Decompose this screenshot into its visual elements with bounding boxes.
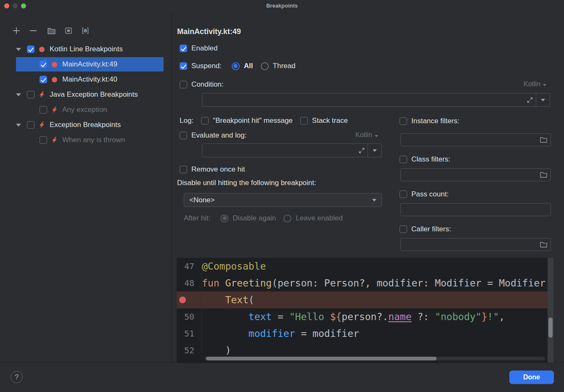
pass-count-checkbox[interactable]: [400, 191, 407, 198]
instance-filters-row: Instance filters:: [400, 117, 459, 126]
stack-trace-checkbox[interactable]: [300, 117, 308, 124]
class-filters-checkbox[interactable]: [400, 156, 407, 163]
evaluate-language-value: Kotlin: [355, 131, 372, 139]
remove-once-hit-checkbox[interactable]: [180, 166, 187, 173]
evaluate-input[interactable]: [202, 144, 356, 157]
disable-until-dropdown[interactable]: <None>: [184, 193, 382, 207]
suspend-checkbox[interactable]: [180, 62, 187, 70]
disable-again-label: Disable again: [233, 214, 276, 222]
suspend-row: Suspend: All Thread: [180, 61, 295, 71]
pass-count-row: Pass count:: [400, 190, 449, 199]
window-title: Breakpoints: [0, 3, 564, 9]
code-line: 48fun Greeting(person: Person?, modifier…: [177, 275, 548, 291]
condition-checkbox[interactable]: [180, 81, 187, 88]
breakpoint-detail-title: MainActivity.kt:49: [177, 27, 241, 36]
caller-filters-checkbox[interactable]: [400, 225, 407, 233]
instance-filters-checkbox[interactable]: [400, 117, 407, 125]
exception-bolt-icon: [39, 122, 45, 128]
instance-filters-input[interactable]: [401, 134, 536, 146]
class-filters-input[interactable]: [401, 169, 536, 181]
evaluate-language-selector[interactable]: Kotlin: [355, 131, 378, 139]
breakpoints-tree: Kotlin Line Breakpoints MainActivity.kt:…: [0, 42, 171, 148]
chevron-down-icon: [372, 199, 376, 201]
chevron-down-icon: [543, 84, 546, 86]
stack-trace-label: Stack trace: [312, 117, 348, 125]
tree-group-kotlin-line-breakpoints[interactable]: Kotlin Line Breakpoints: [0, 42, 171, 57]
vertical-scrollbar-thumb[interactable]: [548, 318, 553, 338]
breakpoint-hit-message-checkbox[interactable]: [201, 117, 209, 124]
tree-item-label: MainActivity.kt:49: [62, 60, 117, 69]
group-checkbox[interactable]: [27, 121, 34, 129]
enabled-label: Enabled: [191, 44, 217, 53]
caller-filters-row: Caller filters:: [400, 225, 451, 234]
evaluate-and-log-checkbox[interactable]: [180, 132, 187, 139]
suspend-thread-radio[interactable]: [261, 62, 269, 70]
breakpoint-dot-icon: [179, 297, 186, 303]
folder-icon[interactable]: [536, 137, 551, 143]
evaluate-and-log-label: Evaluate and log:: [191, 131, 246, 140]
class-filters-field: [400, 168, 551, 181]
chevron-down-icon: [375, 135, 378, 137]
tree-group-label: Exception Breakpoints: [50, 121, 121, 129]
expand-editor-icon[interactable]: [524, 97, 536, 103]
add-breakpoint-button[interactable]: [12, 26, 21, 35]
tree-group-exception-breakpoints[interactable]: Exception Breakpoints: [0, 117, 171, 132]
code-preview: 47@Composable48fun Greeting(person: Pers…: [177, 258, 553, 363]
expand-editor-icon[interactable]: [356, 147, 368, 154]
breakpoint-checkbox[interactable]: [40, 61, 47, 68]
chevron-down-icon[interactable]: [16, 93, 23, 96]
group-by-class-button[interactable]: [81, 26, 90, 35]
help-button[interactable]: ?: [11, 371, 23, 383]
suspend-all-label: All: [244, 62, 253, 70]
condition-input[interactable]: [202, 93, 524, 106]
code-line: 52 ): [177, 342, 548, 359]
breakpoint-checkbox[interactable]: [40, 106, 47, 114]
tree-item-any-exception[interactable]: Any exception: [0, 102, 171, 117]
done-button[interactable]: Done: [509, 371, 554, 384]
evaluate-history-dropdown-button[interactable]: [368, 144, 381, 157]
condition-language-selector[interactable]: Kotlin: [524, 80, 546, 88]
tree-item-label: MainActivity.kt:40: [62, 75, 117, 84]
condition-history-dropdown-button[interactable]: [536, 93, 550, 106]
gutter-line-number: 47: [177, 258, 202, 275]
folder-icon[interactable]: [536, 241, 551, 248]
tree-item-when-any-is-thrown[interactable]: When any is thrown: [0, 132, 171, 148]
breakpoint-checkbox[interactable]: [40, 136, 47, 144]
breakpoint-checkbox[interactable]: [40, 76, 47, 83]
breakpoint-hit-message-label: "Breakpoint hit" message: [213, 117, 293, 125]
chevron-down-icon[interactable]: [16, 124, 23, 127]
tree-item-mainactivity-40[interactable]: MainActivity.kt:40: [0, 72, 171, 87]
enabled-row: Enabled: [180, 44, 217, 53]
group-checkbox[interactable]: [27, 91, 34, 98]
code-line: 50 text = "Hello ${person?.name ?: "nobo…: [177, 308, 548, 325]
group-checkbox[interactable]: [27, 45, 34, 53]
footer-divider: [0, 363, 564, 363]
pass-count-input[interactable]: [401, 204, 551, 216]
caller-filters-input[interactable]: [401, 238, 536, 251]
tree-group-label: Java Exception Breakpoints: [50, 90, 138, 99]
horizontal-scrollbar-thumb[interactable]: [206, 357, 437, 360]
folder-icon[interactable]: [536, 172, 551, 178]
class-filters-label: Class filters:: [411, 155, 450, 164]
tree-item-mainactivity-49[interactable]: MainActivity.kt:49: [0, 57, 171, 72]
group-by-package-button[interactable]: [64, 26, 73, 35]
code-line: 47@Composable: [177, 258, 548, 275]
pass-count-label: Pass count:: [411, 190, 449, 199]
condition-language-value: Kotlin: [524, 80, 540, 88]
code-line: Text(: [177, 291, 548, 308]
tree-item-label: Any exception: [62, 106, 107, 114]
panel-divider: [171, 12, 172, 363]
suspend-all-radio[interactable]: [232, 62, 240, 70]
vertical-scrollbar[interactable]: [548, 258, 553, 363]
enabled-checkbox[interactable]: [180, 45, 187, 52]
code-editor-lines: 47@Composable48fun Greeting(person: Pers…: [177, 258, 548, 363]
remove-breakpoint-button[interactable]: [29, 26, 37, 35]
instance-filters-field: [400, 133, 551, 146]
tree-group-java-exception-breakpoints[interactable]: Java Exception Breakpoints: [0, 87, 171, 102]
exception-bolt-icon: [51, 137, 58, 143]
breakpoint-dot-icon: [39, 47, 45, 52]
chevron-down-icon[interactable]: [16, 48, 23, 51]
breakpoint-dot-icon: [51, 62, 58, 67]
horizontal-scrollbar[interactable]: [204, 357, 545, 360]
group-by-file-button[interactable]: [47, 26, 56, 35]
